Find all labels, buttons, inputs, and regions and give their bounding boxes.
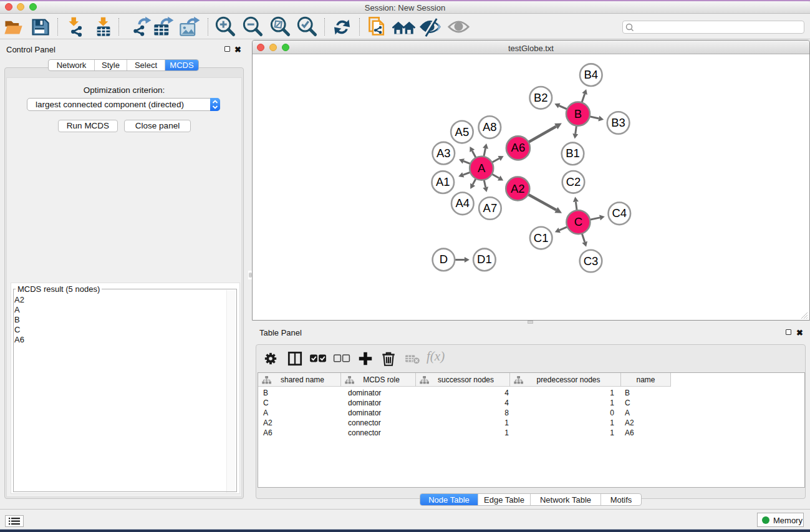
svg-text:A3: A3 (436, 147, 451, 160)
svg-text:B3: B3 (611, 116, 625, 129)
svg-text:A4: A4 (455, 196, 470, 210)
svg-text:B2: B2 (534, 91, 548, 104)
svg-text:D: D (440, 253, 448, 266)
svg-text:C: C (574, 215, 582, 228)
svg-text:B1: B1 (566, 147, 580, 160)
svg-text:A8: A8 (483, 120, 497, 133)
svg-text:C1: C1 (534, 231, 549, 244)
svg-text:B: B (574, 107, 582, 120)
svg-text:C3: C3 (584, 254, 599, 268)
svg-text:A: A (478, 162, 486, 175)
svg-text:A5: A5 (455, 125, 470, 138)
svg-text:A2: A2 (511, 182, 525, 195)
svg-text:B4: B4 (584, 68, 598, 81)
svg-text:D1: D1 (477, 253, 492, 266)
svg-text:A6: A6 (511, 141, 526, 154)
svg-text:C2: C2 (566, 175, 581, 188)
svg-text:C4: C4 (612, 206, 627, 220)
svg-text:Memory: Memory (773, 516, 803, 525)
svg-text:A1: A1 (436, 175, 450, 188)
svg-text:A7: A7 (483, 201, 498, 215)
